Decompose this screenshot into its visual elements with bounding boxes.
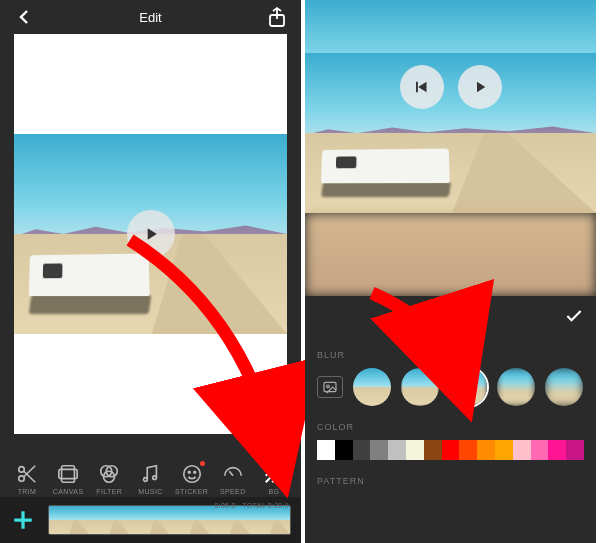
tool-music[interactable]: Music <box>131 463 169 495</box>
svg-rect-16 <box>416 82 418 93</box>
filter-icon <box>98 463 120 485</box>
background-screen: Background BLUR COLOR PATTERN <box>305 0 596 543</box>
page-title: Edit <box>139 10 161 25</box>
timeline-meta: 0:05.0 TOTAL 0:20.9 <box>214 502 289 509</box>
tool-label: BG <box>268 488 279 495</box>
play-button[interactable] <box>127 210 175 258</box>
bg-blur-top <box>305 0 596 53</box>
blur-option-4[interactable] <box>545 368 583 406</box>
color-swatch-14[interactable] <box>566 440 584 460</box>
color-swatch-4[interactable] <box>388 440 406 460</box>
header: Edit <box>0 0 301 34</box>
preview-canvas[interactable] <box>14 34 287 434</box>
canvas-icon <box>57 463 79 485</box>
notification-badge <box>200 461 205 466</box>
tool-trim[interactable]: Trim <box>8 463 46 495</box>
tool-label: Canvas <box>53 488 84 495</box>
color-row <box>317 440 584 460</box>
back-button[interactable] <box>12 5 36 29</box>
blur-option-3[interactable] <box>497 368 535 406</box>
panel-title: Background <box>337 311 564 326</box>
color-swatch-8[interactable] <box>459 440 477 460</box>
svg-point-11 <box>183 466 200 483</box>
svg-marker-1 <box>147 228 156 240</box>
tool-speed[interactable]: Speed <box>214 463 252 495</box>
color-swatch-12[interactable] <box>531 440 549 460</box>
color-swatch-9[interactable] <box>477 440 495 460</box>
blur-option-0[interactable] <box>353 368 391 406</box>
color-swatch-1[interactable] <box>335 440 353 460</box>
tool-label: Speed <box>220 488 246 495</box>
export-button[interactable] <box>265 5 289 29</box>
color-swatch-11[interactable] <box>513 440 531 460</box>
tool-label: Filter <box>96 488 122 495</box>
blur-option-1[interactable] <box>401 368 439 406</box>
confirm-button[interactable] <box>564 306 584 330</box>
color-swatch-2[interactable] <box>353 440 371 460</box>
svg-point-10 <box>153 476 157 480</box>
tool-bg[interactable]: BG <box>255 463 293 495</box>
color-swatch-7[interactable] <box>442 440 460 460</box>
svg-point-13 <box>193 471 195 473</box>
svg-marker-17 <box>477 82 485 93</box>
preview-canvas[interactable] <box>305 0 596 296</box>
color-swatch-13[interactable] <box>548 440 566 460</box>
timeline-strip[interactable] <box>48 505 291 535</box>
tool-label: Sticker <box>175 488 208 495</box>
blur-option-2[interactable] <box>449 368 487 406</box>
speed-icon <box>222 463 244 485</box>
blur-none-button[interactable] <box>317 376 343 398</box>
svg-point-3 <box>19 476 25 482</box>
svg-rect-4 <box>62 466 75 483</box>
prev-button[interactable] <box>400 65 444 109</box>
svg-point-9 <box>144 478 148 482</box>
music-icon <box>139 463 161 485</box>
bg-blur-bottom <box>305 213 596 296</box>
color-swatch-3[interactable] <box>370 440 388 460</box>
background-panel: Background BLUR COLOR PATTERN <box>305 296 596 543</box>
color-swatch-6[interactable] <box>424 440 442 460</box>
tool-label: Music <box>138 488 163 495</box>
play-button[interactable] <box>458 65 502 109</box>
scissors-icon <box>16 463 38 485</box>
color-swatch-10[interactable] <box>495 440 513 460</box>
color-swatch-0[interactable] <box>317 440 335 460</box>
color-swatch-5[interactable] <box>406 440 424 460</box>
section-label-blur: BLUR <box>317 350 584 360</box>
toolbar: Trim Canvas Filter Music Sticker <box>0 463 301 495</box>
tool-label: Trim <box>18 488 37 495</box>
timeline: 0:05.0 TOTAL 0:20.9 <box>0 497 301 543</box>
background-icon <box>263 463 285 485</box>
blur-row <box>317 368 584 406</box>
svg-point-12 <box>188 471 190 473</box>
tool-canvas[interactable]: Canvas <box>49 463 87 495</box>
section-label-color: COLOR <box>317 422 584 432</box>
tool-sticker[interactable]: Sticker <box>173 463 211 495</box>
section-label-pattern: PATTERN <box>317 476 584 486</box>
sticker-icon <box>181 463 203 485</box>
svg-point-2 <box>19 467 25 473</box>
svg-marker-15 <box>418 82 426 93</box>
svg-point-19 <box>327 385 330 388</box>
edit-screen: Edit <box>0 0 305 543</box>
tool-filter[interactable]: Filter <box>90 463 128 495</box>
add-clip-button[interactable] <box>8 505 38 535</box>
